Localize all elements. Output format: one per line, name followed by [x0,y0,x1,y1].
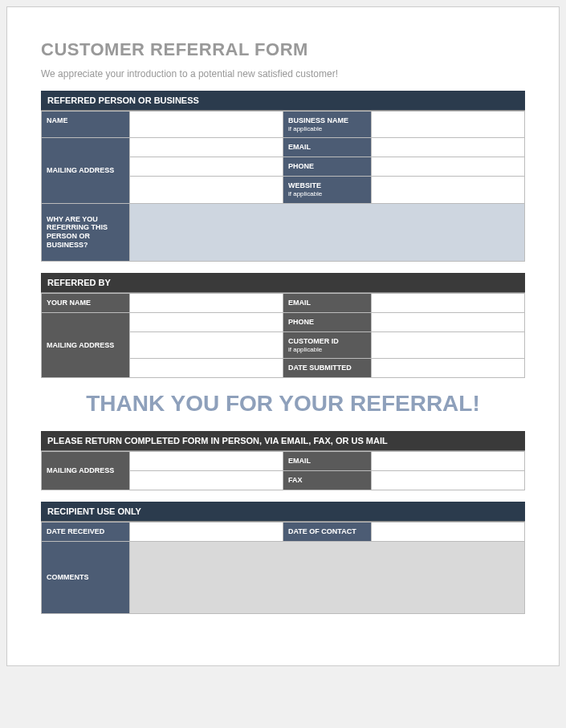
phone-label: PHONE [283,157,372,177]
mailing-address-field-2[interactable] [130,331,283,358]
section-header: REFERRED PERSON OR BUSINESS [41,91,525,111]
email-label: EMAIL [283,452,372,471]
mailing-address-label: MAILING ADDRESS [42,312,130,377]
fax-label: FAX [283,471,372,490]
referred-person-table: NAME BUSINESS NAME if applicable MAILING… [41,111,525,262]
date-of-contact-field[interactable] [372,523,525,542]
date-submitted-label: DATE SUBMITTED [283,359,372,378]
why-referring-field[interactable] [130,203,525,261]
page-subtitle: We appreciate your introduction to a pot… [41,68,525,79]
section-header: RECIPIENT USE ONLY [41,502,525,522]
date-received-field[interactable] [130,523,283,542]
label-sub: if applicable [288,125,366,133]
label-sub: if applicable [288,346,366,354]
section-referred-person: REFERRED PERSON OR BUSINESS NAME BUSINES… [41,91,525,262]
business-name-label: BUSINESS NAME if applicable [283,112,372,138]
form-document: CUSTOMER REFERRAL FORM We appreciate you… [6,6,560,666]
customer-id-label: CUSTOMER ID if applicable [283,331,372,358]
email-label: EMAIL [283,293,372,312]
section-recipient-use: RECIPIENT USE ONLY DATE RECEIVED DATE OF… [41,502,525,614]
mailing-address-label: MAILING ADDRESS [42,138,130,203]
mailing-address-field-2[interactable] [130,471,283,490]
label-text: BUSINESS NAME [288,116,348,124]
name-label: NAME [42,112,130,138]
phone-label: PHONE [283,312,372,331]
date-received-label: DATE RECEIVED [42,523,130,542]
section-header: PLEASE RETURN COMPLETED FORM IN PERSON, … [41,431,525,451]
name-field[interactable] [130,112,283,138]
mailing-address-label: MAILING ADDRESS [42,452,130,490]
date-of-contact-label: DATE OF CONTACT [283,523,372,542]
recipient-use-table: DATE RECEIVED DATE OF CONTACT COMMENTS [41,522,525,614]
label-sub: if applicable [288,190,366,198]
fax-field[interactable] [372,471,525,490]
website-field[interactable] [372,177,525,203]
page-title: CUSTOMER REFERRAL FORM [41,39,525,60]
email-field[interactable] [372,452,525,471]
thank-you-heading: THANK YOU FOR YOUR REFERRAL! [41,391,525,417]
mailing-address-field-1[interactable] [130,312,283,331]
email-label: EMAIL [283,138,372,157]
return-form-table: MAILING ADDRESS EMAIL FAX [41,451,525,490]
business-name-field[interactable] [372,112,525,138]
why-referring-label: WHY ARE YOU REFERRING THIS PERSON OR BUS… [42,203,130,261]
section-referred-by: REFERRED BY YOUR NAME EMAIL MAILING ADDR… [41,273,525,378]
label-text: CUSTOMER ID [288,337,339,345]
section-header: REFERRED BY [41,273,525,293]
mailing-address-field-3[interactable] [130,177,283,203]
comments-label: COMMENTS [42,542,130,614]
date-submitted-field[interactable] [372,359,525,378]
email-field[interactable] [372,138,525,157]
mailing-address-field-1[interactable] [130,452,283,471]
your-name-label: YOUR NAME [42,293,130,312]
email-field[interactable] [372,293,525,312]
customer-id-field[interactable] [372,331,525,358]
mailing-address-field-2[interactable] [130,157,283,177]
website-label: WEBSITE if applicable [283,177,372,203]
mailing-address-field-3[interactable] [130,359,283,378]
phone-field[interactable] [372,312,525,331]
mailing-address-field-1[interactable] [130,138,283,157]
label-text: WEBSITE [288,181,321,189]
referred-by-table: YOUR NAME EMAIL MAILING ADDRESS PHONE CU… [41,293,525,378]
your-name-field[interactable] [130,293,283,312]
comments-field[interactable] [130,542,525,614]
section-return-form: PLEASE RETURN COMPLETED FORM IN PERSON, … [41,431,525,490]
phone-field[interactable] [372,157,525,177]
